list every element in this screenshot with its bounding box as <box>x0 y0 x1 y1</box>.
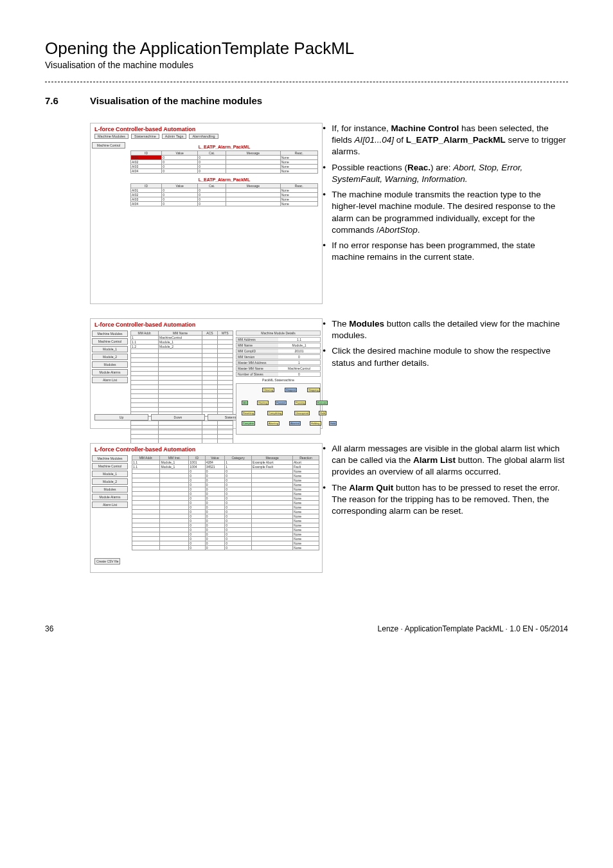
bullet-item: Possible reactions (Reac.) are: Abort, S… <box>323 162 568 185</box>
tab-admin-tags[interactable]: Admin Tags <box>162 134 187 139</box>
bullet-item: If, for instance, Machine Control has be… <box>323 123 568 158</box>
page-subtitle: Visualisation of the machine modules <box>45 60 568 70</box>
section-title: Visualisation of the machine modules <box>90 95 262 106</box>
btn-up[interactable]: Up <box>94 414 148 420</box>
side-btn-module-alarms[interactable]: Module Alarms <box>92 494 128 500</box>
bullet-item: All alarm messages are visible in the gl… <box>323 443 568 478</box>
side-btn-machine-modules[interactable]: Machine Modules <box>92 330 128 337</box>
footer-right: Lenze · ApplicationTemplate PackML · 1.0… <box>378 624 568 633</box>
separator <box>45 82 568 82</box>
tab-machine-modules[interactable]: Machine Modules <box>94 134 129 139</box>
tab-alarmhandling[interactable]: Alarmhandling <box>189 134 218 139</box>
brand-text: L-force Controller-based Automation <box>91 319 322 329</box>
side-btn-module-1[interactable]: Module_1 <box>92 471 128 477</box>
side-btn-machine-modules[interactable]: Machine Modules <box>92 455 128 462</box>
kv-row: Number of Slaves0 <box>236 372 321 377</box>
kv-row: Master MM Address1 <box>236 360 321 365</box>
kv-row: MM NameModule_1 <box>236 343 321 348</box>
brand-text: L-force Controller-based Automation <box>91 444 322 454</box>
side-btn-module-2[interactable]: Module_2 <box>92 354 128 360</box>
bullet-list-2: The Modules button calls the detailed vi… <box>323 318 568 369</box>
kv-row: MM Address1.1 <box>236 337 321 342</box>
kv-row: MM Version0 <box>236 354 321 359</box>
alarm-section-title-2: L_EATP_Alarm_PackML <box>130 177 318 182</box>
brand-text: L-force Controller-based Automation <box>91 123 322 134</box>
screenshot-alarm-list: L-force Controller-based Automation Mach… <box>90 443 323 573</box>
details-title: Machine Module Details <box>236 330 321 336</box>
bullet-item: The Alarm Quit button has to be pressed … <box>323 482 568 518</box>
kv-row: Master MM NameMachineControl <box>236 366 321 371</box>
bullet-item: The machine module transmits the reactio… <box>323 189 568 236</box>
packml-state-diagram: Clearing Stopped Stopping Idle Starting … <box>236 383 321 435</box>
page-title: Opening the ApplicationTemplate PackML <box>45 39 568 59</box>
bullet-item: The Modules button calls the detailed vi… <box>323 318 568 341</box>
screenshot-alarm-packml: L-force Controller-based Automation Mach… <box>90 123 323 304</box>
side-btn-machine-control[interactable]: Machine Control <box>92 142 125 149</box>
screenshot-module-details: L-force Controller-based Automation Mach… <box>90 318 323 429</box>
side-btn-module-1[interactable]: Module_1 <box>92 346 128 352</box>
kv-row: MM CompID20101 <box>236 348 321 354</box>
side-btn-module-2[interactable]: Module_2 <box>92 478 128 485</box>
section-number: 7.6 <box>45 95 90 106</box>
btn-down[interactable]: Down <box>151 414 205 420</box>
create-csv-button[interactable]: Create CSV file <box>94 558 120 565</box>
side-btn-machine-control[interactable]: Machine Control <box>92 338 128 345</box>
page-number: 36 <box>45 624 53 633</box>
side-btn-modules[interactable]: Modules <box>92 486 128 493</box>
bullet-item: If no error response has been programmed… <box>323 240 568 263</box>
bullet-list-3: All alarm messages are visible in the gl… <box>323 443 568 517</box>
side-btn-alarm-list[interactable]: Alarm List <box>92 502 128 508</box>
tab-statemachine[interactable]: Statemachine <box>131 134 159 139</box>
side-btn-alarm-list[interactable]: Alarm List <box>92 377 128 383</box>
alarm-section-title: L_EATP_Alarm_PackML <box>130 145 318 149</box>
side-btn-modules[interactable]: Modules <box>92 361 128 368</box>
bullet-list-1: If, for instance, Machine Control has be… <box>323 123 568 263</box>
side-btn-module-alarms[interactable]: Module Alarms <box>92 369 128 375</box>
packml-title: PackML Statemachine <box>236 378 321 382</box>
bullet-item: Click the desired machine module to show… <box>323 345 568 368</box>
side-btn-machine-control[interactable]: Machine Control <box>92 463 128 469</box>
